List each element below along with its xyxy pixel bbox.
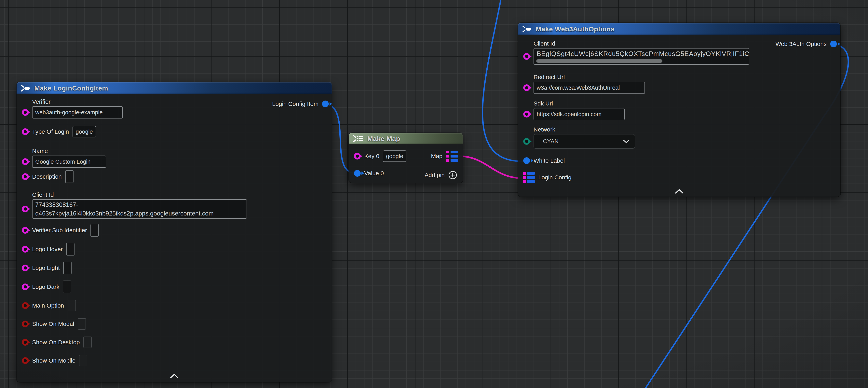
- output-pin-label: Login Config Item: [272, 100, 318, 108]
- show-on-mobile-pin[interactable]: [22, 357, 29, 364]
- node-make-loginconfigitem[interactable]: Make LoginConfigItem Login Config Item V…: [17, 82, 332, 382]
- redirect-url-label: Redirect Url: [533, 73, 645, 81]
- logo-hover-pin[interactable]: [22, 246, 29, 252]
- verifier-sub-identifier-label: Verifier Sub Identifier: [32, 227, 87, 234]
- type-of-login-row: Type Of Login google: [22, 126, 96, 138]
- verifier-sub-identifier-input[interactable]: [90, 224, 99, 237]
- type-of-login-pin[interactable]: [22, 128, 29, 135]
- key0-pin[interactable]: [354, 153, 361, 159]
- network-row: Network CYAN: [523, 126, 635, 149]
- node-header[interactable]: Make Web3AuthOptions: [518, 23, 840, 35]
- type-of-login-input[interactable]: google: [72, 126, 96, 138]
- sdk-url-label: Sdk Url: [533, 100, 625, 107]
- description-pin[interactable]: [22, 173, 29, 180]
- node-make-map[interactable]: Make Map Key 0 google Map Value 0 Add pi…: [349, 133, 463, 183]
- output-row-web3auth-options: Web 3Auth Options: [775, 38, 837, 50]
- web3auth-options-output-pin[interactable]: [830, 40, 837, 47]
- logo-light-input[interactable]: [63, 262, 71, 274]
- value0-pin[interactable]: [354, 170, 361, 177]
- node-header[interactable]: Make Map: [349, 133, 463, 144]
- wire-top-to-whitelabel[interactable]: [483, 0, 522, 161]
- verifier-label: Verifier: [32, 98, 123, 106]
- client-id-label: Client Id: [533, 40, 749, 47]
- logo-dark-input[interactable]: [63, 280, 71, 293]
- main-option-pin[interactable]: [22, 302, 29, 309]
- client-id-row: Client Id 774338308167-q463s7kpvja16l4l0…: [22, 191, 247, 219]
- verifier-sub-identifier-pin[interactable]: [22, 227, 29, 234]
- show-on-desktop-pin[interactable]: [22, 339, 29, 346]
- logo-dark-pin[interactable]: [22, 283, 29, 290]
- key0-input[interactable]: google: [383, 150, 406, 162]
- client-id-input[interactable]: BEglQSgt4cUWcj6SKRdu5QkOXTsePmMcusG5EAoy…: [533, 48, 749, 65]
- logo-light-label: Logo Light: [32, 264, 60, 272]
- login-config-item-output-pin[interactable]: [322, 100, 329, 107]
- verifier-input[interactable]: web3auth-google-example: [32, 106, 123, 118]
- network-pin[interactable]: [523, 138, 530, 145]
- map-output-label: Map: [431, 152, 442, 160]
- description-input[interactable]: [65, 170, 73, 183]
- add-pin-plus-icon[interactable]: [448, 171, 457, 180]
- client-id-pin[interactable]: [22, 206, 29, 212]
- name-label: Name: [32, 147, 106, 155]
- show-on-desktop-checkbox[interactable]: [83, 336, 92, 348]
- add-pin-row[interactable]: Add pin: [425, 169, 457, 181]
- show-on-modal-label: Show On Modal: [32, 320, 74, 328]
- key0-row: Key 0 google: [354, 150, 406, 162]
- main-option-checkbox[interactable]: [68, 300, 76, 311]
- blueprint-canvas[interactable]: Make LoginConfigItem Login Config Item V…: [0, 0, 868, 388]
- node-title: Make LoginConfigItem: [34, 84, 108, 92]
- verifier-pin[interactable]: [22, 109, 29, 116]
- collapse-node-chevron-icon[interactable]: [675, 189, 684, 194]
- chevron-down-icon: [623, 139, 629, 143]
- collapse-node-chevron-icon[interactable]: [170, 374, 179, 379]
- network-dropdown[interactable]: CYAN: [533, 134, 635, 149]
- show-on-modal-checkbox[interactable]: [78, 318, 86, 330]
- wire-map-to-loginconfig[interactable]: [459, 156, 523, 178]
- map-output-pin[interactable]: [446, 151, 458, 162]
- client-id-pin[interactable]: [523, 53, 530, 60]
- login-config-pin[interactable]: [523, 172, 535, 183]
- network-label: Network: [533, 126, 635, 133]
- white-label-row: White Label: [523, 155, 565, 167]
- login-config-label: Login Config: [538, 174, 571, 181]
- redirect-url-pin[interactable]: [523, 84, 530, 91]
- type-of-login-label: Type Of Login: [32, 128, 69, 136]
- client-id-input[interactable]: 774338308167-q463s7kpvja16l4l0kko3nb925i…: [32, 199, 247, 219]
- logo-light-pin[interactable]: [22, 265, 29, 271]
- value0-row: Value 0: [354, 167, 384, 179]
- white-label-pin[interactable]: [523, 157, 530, 164]
- node-header[interactable]: Make LoginConfigItem: [17, 82, 332, 94]
- show-on-modal-row: Show On Modal: [22, 318, 86, 330]
- show-on-desktop-label: Show On Desktop: [32, 338, 80, 346]
- make-struct-icon: [21, 84, 31, 92]
- main-option-label: Main Option: [32, 302, 64, 309]
- make-struct-icon: [522, 25, 532, 33]
- logo-hover-label: Logo Hover: [32, 245, 63, 253]
- output-pin-label: Web 3Auth Options: [775, 40, 827, 48]
- client-id-label: Client Id: [32, 191, 247, 199]
- name-pin[interactable]: [22, 158, 29, 165]
- show-on-modal-pin[interactable]: [22, 321, 29, 327]
- node-title: Make Map: [367, 135, 400, 143]
- show-on-mobile-checkbox[interactable]: [79, 355, 87, 366]
- map-output-row: Map: [431, 150, 458, 162]
- node-make-web3authoptions[interactable]: Make Web3AuthOptions Web 3Auth Options C…: [518, 23, 840, 197]
- node-title: Make Web3AuthOptions: [536, 25, 615, 33]
- output-row-login-config-item: Login Config Item: [272, 98, 329, 110]
- redirect-url-input[interactable]: w3a://com.w3a.Web3AuthUnreal: [533, 82, 645, 94]
- sdk-url-pin[interactable]: [523, 111, 530, 118]
- name-row: Name Google Custom Login: [22, 147, 106, 168]
- sdk-url-input[interactable]: https://sdk.openlogin.com: [533, 108, 625, 120]
- description-row: Description: [22, 171, 73, 183]
- show-on-desktop-row: Show On Desktop: [22, 336, 92, 348]
- show-on-mobile-label: Show On Mobile: [32, 357, 75, 364]
- logo-dark-label: Logo Dark: [32, 283, 59, 291]
- name-input[interactable]: Google Custom Login: [32, 155, 106, 168]
- sdk-url-row: Sdk Url https://sdk.openlogin.com: [523, 100, 625, 120]
- field-horizontal-scrollbar[interactable]: [536, 59, 662, 63]
- add-pin-label: Add pin: [425, 171, 445, 179]
- logo-hover-input[interactable]: [66, 243, 74, 256]
- login-config-row: Login Config: [523, 171, 571, 184]
- white-label-label: White Label: [533, 157, 565, 165]
- key0-label: Key 0: [364, 152, 379, 160]
